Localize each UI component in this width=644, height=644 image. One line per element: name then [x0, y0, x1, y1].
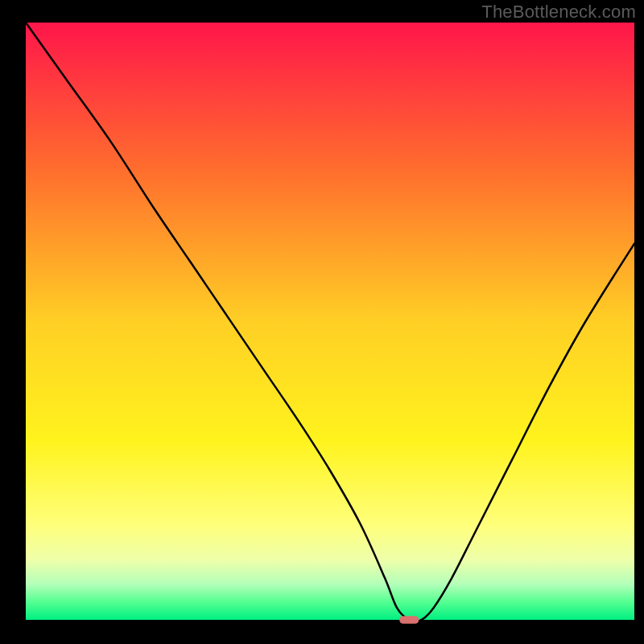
watermark-text: TheBottleneck.com	[481, 2, 636, 23]
chart-container: TheBottleneck.com	[0, 0, 644, 644]
bottleneck-chart	[0, 0, 644, 644]
plot-background	[26, 23, 634, 620]
optimal-marker	[399, 616, 419, 624]
